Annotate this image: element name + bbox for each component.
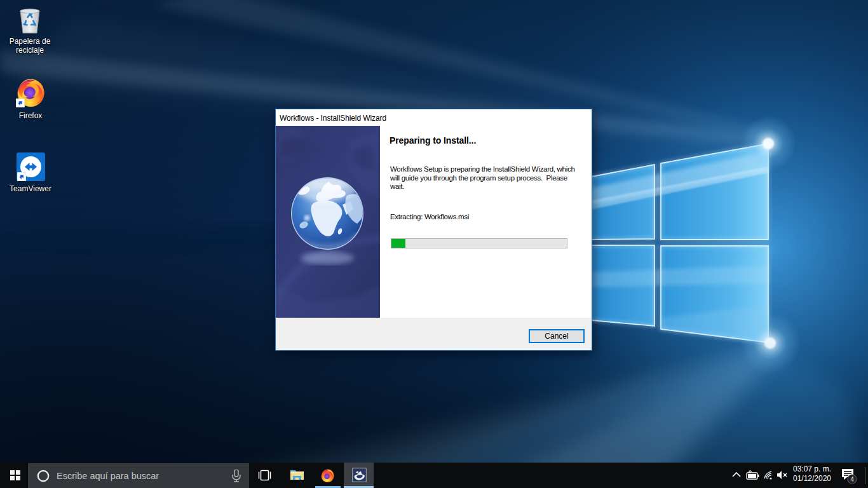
svg-text:4: 4 bbox=[850, 476, 854, 483]
